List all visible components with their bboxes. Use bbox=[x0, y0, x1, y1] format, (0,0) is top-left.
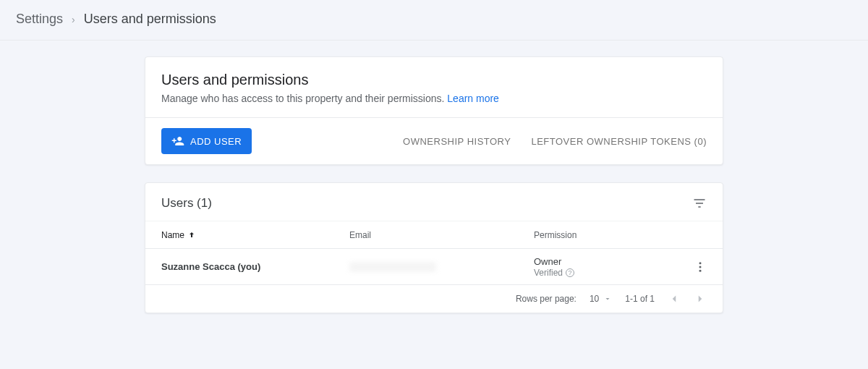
breadcrumb-current: Users and permissions bbox=[84, 12, 216, 27]
user-email bbox=[349, 262, 534, 272]
learn-more-link[interactable]: Learn more bbox=[447, 93, 499, 104]
table-header-row: Name Email Permission bbox=[145, 221, 723, 248]
breadcrumb: Settings › Users and permissions bbox=[0, 0, 868, 41]
rows-per-page-select[interactable]: 10 bbox=[590, 294, 612, 304]
column-email[interactable]: Email bbox=[349, 230, 534, 240]
breadcrumb-parent[interactable]: Settings bbox=[16, 12, 63, 27]
user-permission: Owner Verified ? bbox=[534, 256, 678, 278]
sort-asc-icon bbox=[187, 231, 196, 239]
redacted-email bbox=[349, 262, 436, 272]
column-permission[interactable]: Permission bbox=[534, 230, 678, 240]
leftover-tokens-link[interactable]: LEFTOVER OWNERSHIP TOKENS (0) bbox=[531, 136, 707, 147]
permissions-panel: Users and permissions Manage who has acc… bbox=[145, 56, 723, 165]
pagination: Rows per page: 10 1-1 of 1 bbox=[145, 284, 723, 313]
chevron-right-icon: › bbox=[72, 14, 75, 25]
svg-point-2 bbox=[699, 269, 702, 271]
user-name: Suzanne Scacca (you) bbox=[161, 261, 349, 272]
panel-subtitle: Manage who has access to this property a… bbox=[161, 93, 707, 104]
add-user-button[interactable]: ADD USER bbox=[161, 128, 252, 154]
dropdown-icon bbox=[603, 294, 612, 303]
pagination-range: 1-1 of 1 bbox=[625, 294, 655, 304]
help-icon[interactable]: ? bbox=[566, 268, 574, 277]
prev-page-icon[interactable] bbox=[668, 292, 681, 305]
add-user-label: ADD USER bbox=[190, 136, 242, 147]
svg-point-0 bbox=[699, 262, 702, 264]
panel-title: Users and permissions bbox=[161, 72, 707, 88]
next-page-icon[interactable] bbox=[694, 292, 707, 305]
svg-point-1 bbox=[699, 266, 702, 268]
column-name[interactable]: Name bbox=[161, 230, 349, 240]
rows-per-page-label: Rows per page: bbox=[516, 294, 576, 304]
users-heading: Users (1) bbox=[161, 196, 692, 211]
table-row: Suzanne Scacca (you) Owner Verified ? bbox=[145, 248, 723, 284]
person-add-icon bbox=[171, 135, 184, 148]
more-vert-icon[interactable] bbox=[694, 260, 707, 273]
ownership-history-link[interactable]: OWNERSHIP HISTORY bbox=[403, 136, 511, 147]
filter-icon[interactable] bbox=[692, 196, 707, 211]
users-card: Users (1) Name Email Permission Suzanne … bbox=[145, 182, 723, 313]
